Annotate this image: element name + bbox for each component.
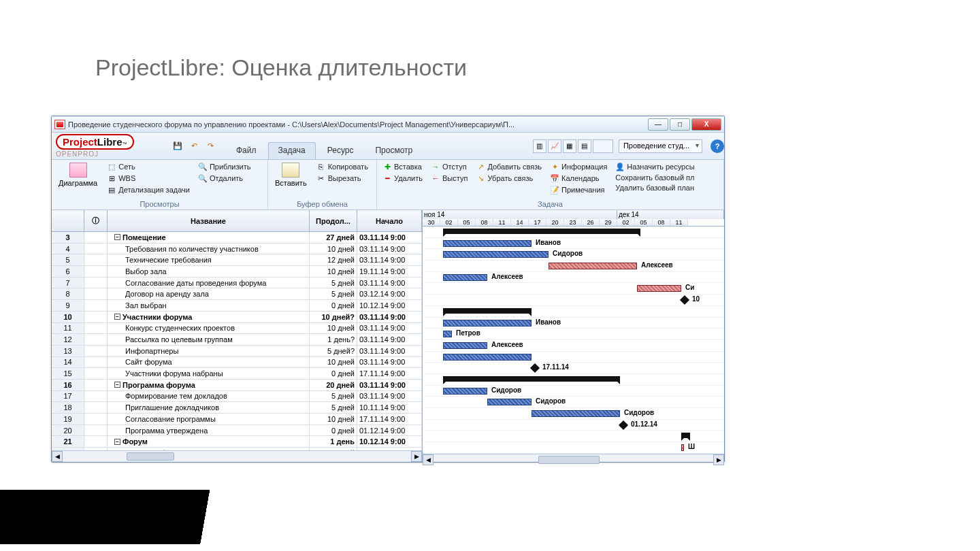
row-number[interactable]: 8: [52, 288, 84, 299]
task-duration[interactable]: 5 дней: [310, 402, 357, 413]
tab-task[interactable]: Задача: [268, 142, 316, 159]
undo-icon[interactable]: ↶: [188, 140, 200, 152]
row-number[interactable]: 10: [52, 312, 84, 322]
task-start[interactable]: 10.11.14 9:00: [357, 402, 422, 413]
task-name[interactable]: Конкурс студенческих проектов: [108, 323, 310, 334]
task-bar[interactable]: [443, 320, 532, 327]
dellink-cmd[interactable]: ↘Убрать связь: [474, 173, 543, 184]
assign-cmd[interactable]: 👤Назначить ресурсы: [614, 161, 696, 172]
detail-cmd[interactable]: ▤Детализация задачи: [105, 184, 191, 195]
minimize-button[interactable]: —: [648, 118, 668, 131]
row-number[interactable]: 19: [52, 414, 84, 424]
scroll-left-icon[interactable]: ◀: [52, 451, 63, 462]
task-name[interactable]: Зал выбран: [108, 300, 310, 311]
milestone-icon[interactable]: [530, 363, 540, 373]
row-number[interactable]: 18: [52, 402, 84, 413]
table-row[interactable]: 10−Участники форума10 дней?03.11.14 9:00: [52, 312, 422, 323]
row-number[interactable]: 16: [52, 380, 84, 390]
copy-cmd[interactable]: ⎘Копировать: [315, 161, 370, 172]
task-bar[interactable]: [487, 399, 532, 405]
row-number[interactable]: 11: [52, 323, 84, 334]
task-start[interactable]: 03.11.14 9:00: [357, 346, 422, 356]
task-duration[interactable]: 27 дней: [310, 232, 357, 243]
notes-cmd[interactable]: 📝Примечания: [549, 184, 608, 195]
task-name[interactable]: Согласование программы: [108, 414, 310, 424]
row-number[interactable]: 14: [52, 357, 84, 368]
row-number[interactable]: 3: [52, 232, 84, 243]
task-bar[interactable]: [443, 342, 487, 349]
task-duration[interactable]: 10 дней: [310, 357, 357, 368]
task-name[interactable]: −Участники форума: [108, 312, 310, 322]
help-icon[interactable]: ?: [710, 139, 724, 153]
task-duration[interactable]: 0 дней: [310, 425, 357, 436]
outline-toggle-icon[interactable]: −: [114, 314, 120, 320]
summary-bar[interactable]: [443, 229, 640, 234]
row-number[interactable]: 12: [52, 334, 84, 345]
task-bar[interactable]: [443, 354, 532, 361]
table-row[interactable]: 4Требования по количеству участников10 д…: [52, 244, 422, 255]
task-bar[interactable]: [443, 251, 549, 258]
gantt-hscroll[interactable]: ◀ ▶: [423, 454, 724, 462]
task-name[interactable]: Выбор зала: [108, 266, 310, 277]
task-start[interactable]: 03.11.14 9:00: [357, 232, 422, 243]
task-name[interactable]: Инфопартнеры: [108, 346, 310, 356]
task-name[interactable]: Приглашение докладчиков: [108, 402, 310, 413]
row-number[interactable]: 20: [52, 425, 84, 436]
table-row[interactable]: 5Технические требования12 дней03.11.14 9…: [52, 254, 422, 266]
tab-file[interactable]: Файл: [226, 142, 267, 159]
task-bar[interactable]: [549, 263, 637, 269]
task-start[interactable]: 17.11.14 9:00: [357, 368, 422, 379]
delbase-cmd[interactable]: Удалить базовый план: [614, 183, 696, 193]
delete-cmd[interactable]: ━Удалить: [381, 173, 424, 184]
table-row[interactable]: 17Формирование тем докладов5 дней03.11.1…: [52, 391, 422, 403]
row-number[interactable]: 7: [52, 278, 84, 288]
row-number[interactable]: 5: [52, 254, 84, 265]
table-row[interactable]: 16−Программа форума20 дней03.11.14 9:00: [52, 380, 422, 391]
task-name[interactable]: Рассылка по целевым группам: [108, 334, 310, 345]
row-number[interactable]: 17: [52, 391, 84, 402]
task-start[interactable]: 01.12.14 9:00: [357, 425, 422, 436]
tab-resource[interactable]: Ресурс: [317, 142, 364, 159]
milestone-icon[interactable]: [680, 295, 689, 305]
redo-icon[interactable]: ↷: [204, 140, 216, 152]
task-duration[interactable]: 5 дней: [310, 391, 357, 402]
close-button[interactable]: X: [691, 118, 721, 131]
task-name[interactable]: Технические требования: [108, 254, 310, 265]
task-duration[interactable]: 1 день?: [310, 334, 357, 345]
project-dropdown[interactable]: Проведение студ...: [619, 139, 702, 153]
task-bar[interactable]: [637, 285, 681, 292]
task-duration[interactable]: 0 дней: [310, 368, 357, 379]
task-start[interactable]: 03.12.14 9:00: [357, 288, 422, 299]
gscroll-left-icon[interactable]: ◀: [423, 454, 434, 465]
task-start[interactable]: 03.11.14 9:00: [357, 244, 422, 254]
table-row[interactable]: 18Приглашение докладчиков5 дней10.11.14 …: [52, 402, 422, 414]
zoomout-cmd[interactable]: 🔍Отдалить: [197, 173, 252, 184]
milestone-icon[interactable]: [619, 420, 628, 430]
col-indicator[interactable]: ⓘ: [84, 210, 108, 231]
row-number[interactable]: 15: [52, 368, 84, 379]
outline-toggle-icon[interactable]: −: [114, 439, 120, 445]
summary-bar[interactable]: [443, 376, 620, 382]
task-name[interactable]: −Форум: [108, 436, 310, 447]
indent-cmd[interactable]: →Отступ: [429, 161, 469, 172]
grid-hscroll[interactable]: ◀ ▶: [52, 450, 422, 462]
task-bar[interactable]: [681, 444, 684, 451]
table-row[interactable]: 9Зал выбран0 дней10.12.14 9:00: [52, 300, 422, 312]
info-cmd[interactable]: ✦Информация: [549, 161, 608, 172]
task-duration[interactable]: 5 дней: [310, 288, 357, 299]
task-bar[interactable]: [443, 240, 532, 247]
task-name[interactable]: Сайт форума: [108, 357, 310, 368]
task-name[interactable]: Формирование тем докладов: [108, 391, 310, 402]
outline-toggle-icon[interactable]: −: [114, 382, 120, 388]
summary-bar[interactable]: [443, 308, 532, 314]
task-start[interactable]: 03.11.14 9:00: [357, 334, 422, 345]
task-duration[interactable]: 5 дней: [310, 278, 357, 288]
task-bar[interactable]: [443, 388, 487, 395]
network-cmd[interactable]: ⬚Сеть: [105, 161, 191, 172]
task-start[interactable]: 10.12.14 9:00: [357, 436, 422, 447]
gscroll-right-icon[interactable]: ▶: [713, 454, 724, 465]
table-row[interactable]: 8Договор на аренду зала5 дней03.12.14 9:…: [52, 288, 422, 300]
tab-view[interactable]: Просмотр: [365, 142, 423, 159]
col-start[interactable]: Начало: [357, 210, 422, 231]
table-row[interactable]: 3−Помещение27 дней03.11.14 9:00: [52, 232, 422, 244]
